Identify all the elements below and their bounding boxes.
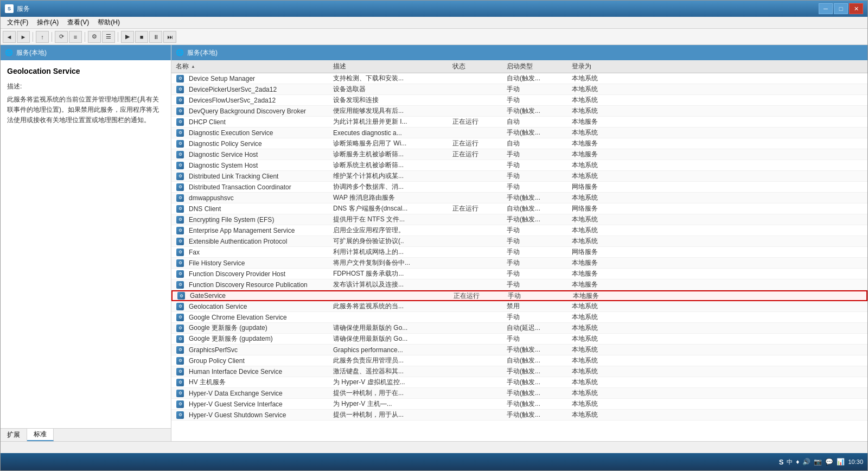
back-button[interactable]: ◄ [3, 31, 16, 43]
table-row[interactable]: Distributed Link Tracking Client 维护某个计算机… [171, 171, 867, 182]
service-name: GraphicsPerfSvc [189, 346, 329, 354]
sidebar-tab-standard[interactable]: 标准 [27, 429, 54, 441]
table-row[interactable]: Google 更新服务 (gupdate) 请确保使用最新版的 Go... 自动… [171, 323, 867, 334]
table-row[interactable]: Encrypting File System (EFS) 提供用于在 NTFS … [171, 214, 867, 225]
service-gear-icon [176, 411, 184, 419]
menu-help[interactable]: 帮助(H) [93, 17, 124, 28]
col-header-startup[interactable]: 启动类型 [505, 62, 570, 71]
service-login: 本地系统 [570, 215, 635, 224]
service-name: DHCP Client [189, 118, 329, 126]
table-row[interactable]: Google 更新服务 (gupdatem) 请确保使用最新版的 Go... 手… [171, 334, 867, 345]
table-row[interactable]: GateService 正在运行 手动 本地服务 [171, 290, 867, 301]
col-header-login[interactable]: 登录为 [570, 62, 635, 71]
sidebar-tabs: 扩展 标准 [1, 428, 171, 441]
service-icon [176, 400, 184, 409]
maximize-button[interactable]: □ [834, 3, 848, 14]
table-row[interactable]: Function Discovery Resource Publication … [171, 279, 867, 290]
list-button[interactable]: ☰ [102, 31, 115, 43]
properties-button[interactable]: ≡ [69, 31, 82, 43]
service-icon [176, 194, 184, 202]
table-row[interactable]: Diagnostic Execution Service Executes di… [171, 128, 867, 138]
stop-button[interactable]: ■ [135, 31, 148, 43]
table-row[interactable]: Extensible Authentication Protocol 可扩展的身… [171, 236, 867, 247]
menu-action[interactable]: 操作(A) [33, 17, 63, 28]
minimize-button[interactable]: ─ [819, 3, 833, 14]
col-header-status[interactable]: 状态 [450, 62, 505, 71]
service-status: 正在运行 [451, 291, 506, 301]
sidebar: 🌐 服务(本地) Geolocation Service 描述: 此服务将监视系… [1, 45, 171, 441]
table-row[interactable]: Device Setup Manager 支持检测、下载和安装... 自动(触发… [171, 73, 867, 84]
table-row[interactable]: Hyper-V Guest Service Interface 为 Hyper-… [171, 399, 867, 410]
service-icon [177, 291, 186, 300]
service-status: 正在运行 [450, 204, 505, 213]
service-startup: 手动 [505, 182, 570, 192]
table-row[interactable]: Geolocation Service 此服务将监视系统的当... 禁用 本地系… [171, 301, 867, 312]
menu-view[interactable]: 查看(V) [63, 17, 93, 28]
table-row[interactable]: File History Service 将用户文件复制到备份中... 手动 本… [171, 258, 867, 269]
table-row[interactable]: dmwappushsvc WAP 推消息路由服务 手动(触发... 本地系统 [171, 193, 867, 203]
service-login: 本地服务 [570, 269, 635, 278]
restart-button[interactable]: ⏭ [163, 31, 176, 43]
service-name: Function Discovery Resource Publication [189, 281, 329, 289]
service-icon [176, 302, 184, 311]
forward-button[interactable]: ► [17, 31, 30, 43]
table-row[interactable]: Distributed Transaction Coordinator 协调跨多… [171, 182, 867, 193]
table-row[interactable]: DevicePickerUserSvc_2ada12 设备选取器 手动 本地系统 [171, 84, 867, 95]
service-desc: 设备选取器 [331, 85, 450, 94]
play-button[interactable]: ▶ [121, 31, 134, 43]
table-row[interactable]: Hyper-V Data Exchange Service 提供一种机制，用于在… [171, 388, 867, 399]
table-row[interactable]: DNS Client DNS 客户端服务(dnscal... 正在运行 自动(触… [171, 203, 867, 214]
table-row[interactable]: Group Policy Client 此服务负责应用管理员... 自动(触发.… [171, 355, 867, 366]
service-startup: 手动 [505, 237, 570, 246]
service-icon [176, 183, 184, 192]
pause-button[interactable]: ⏸ [149, 31, 162, 43]
row-name-cell: GraphicsPerfSvc [174, 346, 331, 354]
service-icon [176, 96, 184, 105]
table-row[interactable]: Diagnostic Policy Service 诊断策略服务启用了 Wi..… [171, 138, 867, 149]
service-desc: 便应用能够发现具有后... [331, 106, 450, 116]
main-window: S 服务 ─ □ ✕ 文件(F) 操作(A) 查看(V) 帮助(H) ◄ ► ↑… [0, 0, 868, 471]
close-button[interactable]: ✕ [849, 3, 863, 14]
sidebar-tab-expand[interactable]: 扩展 [1, 429, 27, 441]
service-icon [176, 74, 184, 83]
table-row[interactable]: Diagnostic Service Host 诊断服务主机被诊断筛... 正在… [171, 149, 867, 160]
row-name-cell: Google Chrome Elevation Service [174, 313, 331, 322]
service-desc: Graphics performance... [331, 346, 450, 354]
service-status: 正在运行 [450, 117, 505, 126]
service-desc: 为此计算机注册并更新 I... [331, 117, 450, 126]
service-icon [176, 161, 184, 170]
table-row[interactable]: Fax 利用计算机或网络上的... 手动 网络服务 [171, 247, 867, 258]
service-name: GateService [190, 292, 330, 300]
table-body[interactable]: Device Setup Manager 支持检测、下载和安装... 自动(触发… [171, 73, 867, 441]
table-row[interactable]: DevQuery Background Discovery Broker 便应用… [171, 106, 867, 117]
service-icon [176, 226, 184, 235]
row-name-cell: Geolocation Service [174, 302, 331, 311]
sidebar-header-label: 服务(本地) [16, 48, 47, 58]
table-row[interactable]: GraphicsPerfSvc Graphics performance... … [171, 345, 867, 355]
table-row[interactable]: HV 主机服务 为 Hyper-V 虚拟机监控... 手动(触发... 本地系统 [171, 377, 867, 388]
row-name-cell: Diagnostic Execution Service [174, 129, 331, 137]
table-row[interactable]: Function Discovery Provider Host FDPHOST… [171, 269, 867, 279]
service-startup: 手动 [506, 291, 571, 301]
row-name-cell: DevicePickerUserSvc_2ada12 [174, 85, 331, 94]
service-gear-icon [176, 107, 184, 115]
menu-file[interactable]: 文件(F) [3, 17, 33, 28]
service-name: DNS Client [189, 205, 329, 213]
table-row[interactable]: Google Chrome Elevation Service 手动 本地系统 [171, 312, 867, 323]
up-button[interactable]: ↑ [36, 31, 49, 43]
row-name-cell: Distributed Link Tracking Client [174, 172, 331, 181]
table-row[interactable]: Enterprise App Management Service 启用企业应用… [171, 225, 867, 236]
table-row[interactable]: DevicesFlowUserSvc_2ada12 设备发现和连接 手动 本地系… [171, 95, 867, 106]
table-row[interactable]: Diagnostic System Host 诊断系统主机被诊断筛... 手动 … [171, 160, 867, 171]
taskbar-chart-icon: 📊 [837, 458, 845, 466]
col-header-name[interactable]: 名称 ▲ [174, 62, 331, 71]
toolbar-separator-3 [85, 32, 85, 42]
service-startup: 手动(触发... [505, 389, 570, 398]
table-row[interactable]: Hyper-V Guest Shutdown Service 提供一种机制，用于… [171, 410, 867, 421]
col-header-desc[interactable]: 描述 [331, 62, 450, 71]
table-row[interactable]: Human Interface Device Service 激活键盘、遥控器和… [171, 366, 867, 377]
refresh-button[interactable]: ⟳ [55, 31, 68, 43]
service-desc: 提供一种机制，用于在... [331, 389, 450, 398]
settings-button[interactable]: ⚙ [88, 31, 101, 43]
table-row[interactable]: DHCP Client 为此计算机注册并更新 I... 正在运行 自动 本地服务 [171, 117, 867, 128]
